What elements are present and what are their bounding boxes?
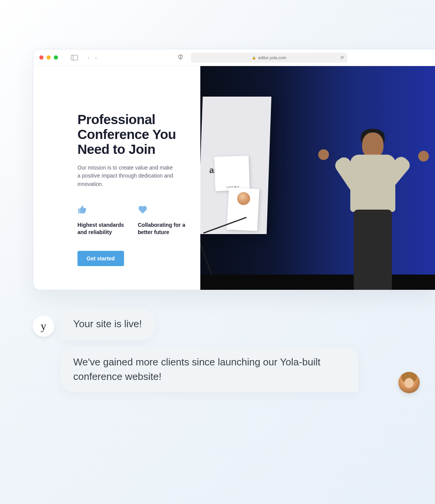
user-avatar <box>398 372 420 393</box>
browser-chrome: ‹ › 🔒 editor.yola.com ⟳ <box>33 49 435 66</box>
close-window-button[interactable] <box>39 55 44 60</box>
hero-section: Professional Conference You Need to Join… <box>33 66 200 290</box>
privacy-shield-icon[interactable] <box>178 54 183 61</box>
slide-photo-portrait <box>227 187 259 231</box>
yola-avatar: y <box>33 315 54 337</box>
site-preview: Professional Conference You Need to Join… <box>33 66 435 290</box>
back-button[interactable]: ‹ <box>88 54 90 61</box>
chat-message-1: Your site is live! <box>73 318 142 330</box>
chat-message-2: We've gained more clients since launchin… <box>73 356 321 382</box>
stage-railing <box>203 233 249 275</box>
traffic-lights <box>39 55 58 60</box>
hero-description: Our mission is to create value and make … <box>77 164 177 189</box>
get-started-button[interactable]: Get started <box>77 251 124 266</box>
yola-avatar-letter: y <box>41 320 47 333</box>
hero-image: ase I can't do it <box>200 66 435 290</box>
thumb-up-icon <box>77 205 127 216</box>
chat-bubble-system: Your site is live! <box>60 309 155 340</box>
hero-title: Professional Conference You Need to Join <box>77 112 189 157</box>
browser-window: ‹ › 🔒 editor.yola.com ⟳ Professional Con… <box>33 49 435 290</box>
refresh-icon[interactable]: ⟳ <box>340 55 344 60</box>
minimize-window-button[interactable] <box>47 55 51 60</box>
feature-collaboration: Collaborating for a better future <box>138 205 187 236</box>
chat-bubble-user: We've gained more clients since launchin… <box>60 347 359 392</box>
url-bar[interactable]: 🔒 editor.yola.com ⟳ <box>191 53 347 63</box>
feature-label: Collaborating for a better future <box>138 221 187 236</box>
speaker-figure <box>337 122 409 290</box>
nav-arrows: ‹ › <box>88 54 97 61</box>
heart-icon <box>138 205 187 216</box>
forward-button[interactable]: › <box>95 54 97 61</box>
feature-label: Highest standards and reliability <box>77 221 127 236</box>
maximize-window-button[interactable] <box>54 55 58 60</box>
feature-row: Highest standards and reliability Collab… <box>77 205 189 236</box>
lock-icon: 🔒 <box>252 56 256 60</box>
url-text: editor.yola.com <box>258 55 287 60</box>
feature-standards: Highest standards and reliability <box>77 205 127 236</box>
slide-photo-note: I can't do it <box>214 155 250 191</box>
sidebar-toggle-icon[interactable] <box>71 55 78 60</box>
